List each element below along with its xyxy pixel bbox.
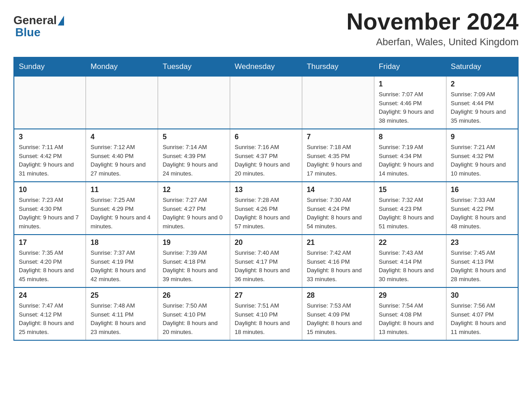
day-info: Sunrise: 7:37 AM Sunset: 4:19 PM Dayligh…: [90, 248, 153, 283]
day-number: 12: [163, 186, 225, 194]
day-number: 28: [307, 291, 369, 300]
calendar-cell: 26Sunrise: 7:50 AM Sunset: 4:10 PM Dayli…: [158, 287, 230, 340]
day-number: 10: [19, 186, 81, 194]
calendar-cell: 8Sunrise: 7:19 AM Sunset: 4:34 PM Daylig…: [374, 129, 446, 182]
calendar-cell: 19Sunrise: 7:39 AM Sunset: 4:18 PM Dayli…: [158, 235, 230, 287]
day-info: Sunrise: 7:43 AM Sunset: 4:14 PM Dayligh…: [379, 248, 442, 283]
day-number: 18: [90, 239, 153, 247]
calendar-week-row: 17Sunrise: 7:35 AM Sunset: 4:20 PM Dayli…: [14, 235, 518, 287]
day-number: 3: [19, 133, 81, 141]
calendar-cell: 1Sunrise: 7:07 AM Sunset: 4:46 PM Daylig…: [374, 76, 446, 129]
day-number: 29: [379, 291, 442, 300]
day-number: 11: [90, 186, 153, 194]
day-info: Sunrise: 7:27 AM Sunset: 4:27 PM Dayligh…: [163, 196, 225, 231]
day-info: Sunrise: 7:18 AM Sunset: 4:35 PM Dayligh…: [307, 143, 369, 178]
calendar-cell: 17Sunrise: 7:35 AM Sunset: 4:20 PM Dayli…: [14, 235, 86, 287]
logo: General Blue: [13, 9, 65, 39]
page-header: General Blue November 2024 Aberfan, Wale…: [13, 9, 519, 48]
location-subtitle: Aberfan, Wales, United Kingdom: [347, 36, 519, 48]
day-info: Sunrise: 7:33 AM Sunset: 4:22 PM Dayligh…: [451, 196, 513, 231]
day-info: Sunrise: 7:21 AM Sunset: 4:32 PM Dayligh…: [451, 143, 513, 178]
logo-blue-part: [57, 16, 65, 26]
day-number: 24: [19, 291, 81, 300]
month-year-title: November 2024: [347, 9, 519, 34]
calendar-cell: 15Sunrise: 7:32 AM Sunset: 4:23 PM Dayli…: [374, 182, 446, 235]
weekday-header-saturday: Saturday: [446, 57, 518, 76]
day-number: 15: [379, 186, 442, 194]
day-info: Sunrise: 7:28 AM Sunset: 4:26 PM Dayligh…: [235, 196, 297, 231]
day-info: Sunrise: 7:54 AM Sunset: 4:08 PM Dayligh…: [379, 301, 442, 336]
day-info: Sunrise: 7:39 AM Sunset: 4:18 PM Dayligh…: [163, 248, 225, 283]
calendar-cell: [14, 76, 86, 129]
day-info: Sunrise: 7:35 AM Sunset: 4:20 PM Dayligh…: [19, 248, 81, 283]
calendar-cell: 5Sunrise: 7:14 AM Sunset: 4:39 PM Daylig…: [158, 129, 230, 182]
day-number: 14: [307, 186, 369, 194]
calendar-cell: [302, 76, 374, 129]
calendar-cell: [230, 76, 302, 129]
weekday-header-thursday: Thursday: [302, 57, 374, 76]
day-number: 25: [90, 291, 153, 300]
calendar-cell: 30Sunrise: 7:56 AM Sunset: 4:07 PM Dayli…: [446, 287, 518, 340]
calendar-cell: 10Sunrise: 7:23 AM Sunset: 4:30 PM Dayli…: [14, 182, 86, 235]
calendar-cell: 6Sunrise: 7:16 AM Sunset: 4:37 PM Daylig…: [230, 129, 302, 182]
day-number: 22: [379, 239, 442, 247]
day-number: 17: [19, 239, 81, 247]
calendar-cell: 2Sunrise: 7:09 AM Sunset: 4:44 PM Daylig…: [446, 76, 518, 129]
day-number: 9: [451, 133, 513, 141]
calendar-cell: 13Sunrise: 7:28 AM Sunset: 4:26 PM Dayli…: [230, 182, 302, 235]
day-info: Sunrise: 7:14 AM Sunset: 4:39 PM Dayligh…: [163, 143, 225, 178]
day-info: Sunrise: 7:51 AM Sunset: 4:10 PM Dayligh…: [235, 301, 297, 336]
day-number: 21: [307, 239, 369, 247]
weekday-header-wednesday: Wednesday: [230, 57, 302, 76]
calendar-cell: [86, 76, 158, 129]
logo-triangle-icon: [58, 16, 64, 26]
calendar-week-row: 1Sunrise: 7:07 AM Sunset: 4:46 PM Daylig…: [14, 76, 518, 129]
day-info: Sunrise: 7:07 AM Sunset: 4:46 PM Dayligh…: [379, 90, 442, 125]
calendar-cell: 4Sunrise: 7:12 AM Sunset: 4:40 PM Daylig…: [86, 129, 158, 182]
day-info: Sunrise: 7:42 AM Sunset: 4:16 PM Dayligh…: [307, 248, 369, 283]
calendar-cell: [158, 76, 230, 129]
day-number: 6: [235, 133, 297, 141]
day-number: 2: [451, 80, 513, 88]
calendar-week-row: 24Sunrise: 7:47 AM Sunset: 4:12 PM Dayli…: [14, 287, 518, 340]
calendar-cell: 24Sunrise: 7:47 AM Sunset: 4:12 PM Dayli…: [14, 287, 86, 340]
day-info: Sunrise: 7:12 AM Sunset: 4:40 PM Dayligh…: [90, 143, 153, 178]
day-info: Sunrise: 7:16 AM Sunset: 4:37 PM Dayligh…: [235, 143, 297, 178]
calendar-cell: 21Sunrise: 7:42 AM Sunset: 4:16 PM Dayli…: [302, 235, 374, 287]
day-info: Sunrise: 7:30 AM Sunset: 4:24 PM Dayligh…: [307, 196, 369, 231]
day-info: Sunrise: 7:09 AM Sunset: 4:44 PM Dayligh…: [451, 90, 513, 125]
calendar-header-row: SundayMondayTuesdayWednesdayThursdayFrid…: [14, 57, 518, 76]
day-number: 13: [235, 186, 297, 194]
calendar-cell: 20Sunrise: 7:40 AM Sunset: 4:17 PM Dayli…: [230, 235, 302, 287]
weekday-header-friday: Friday: [374, 57, 446, 76]
calendar-cell: 16Sunrise: 7:33 AM Sunset: 4:22 PM Dayli…: [446, 182, 518, 235]
weekday-header-sunday: Sunday: [14, 57, 86, 76]
day-number: 20: [235, 239, 297, 247]
logo-blue-text: Blue: [15, 26, 40, 39]
calendar-cell: 25Sunrise: 7:48 AM Sunset: 4:11 PM Dayli…: [86, 287, 158, 340]
weekday-header-tuesday: Tuesday: [158, 57, 230, 76]
calendar-cell: 14Sunrise: 7:30 AM Sunset: 4:24 PM Dayli…: [302, 182, 374, 235]
day-info: Sunrise: 7:53 AM Sunset: 4:09 PM Dayligh…: [307, 301, 369, 336]
day-number: 23: [451, 239, 513, 247]
calendar-cell: 9Sunrise: 7:21 AM Sunset: 4:32 PM Daylig…: [446, 129, 518, 182]
day-info: Sunrise: 7:23 AM Sunset: 4:30 PM Dayligh…: [19, 196, 81, 231]
day-info: Sunrise: 7:50 AM Sunset: 4:10 PM Dayligh…: [163, 301, 225, 336]
day-number: 16: [451, 186, 513, 194]
calendar-week-row: 10Sunrise: 7:23 AM Sunset: 4:30 PM Dayli…: [14, 182, 518, 235]
day-info: Sunrise: 7:40 AM Sunset: 4:17 PM Dayligh…: [235, 248, 297, 283]
calendar-cell: 7Sunrise: 7:18 AM Sunset: 4:35 PM Daylig…: [302, 129, 374, 182]
day-info: Sunrise: 7:11 AM Sunset: 4:42 PM Dayligh…: [19, 143, 81, 178]
day-number: 19: [163, 239, 225, 247]
calendar-cell: 23Sunrise: 7:45 AM Sunset: 4:13 PM Dayli…: [446, 235, 518, 287]
day-number: 30: [451, 291, 513, 300]
day-info: Sunrise: 7:32 AM Sunset: 4:23 PM Dayligh…: [379, 196, 442, 231]
calendar-cell: 22Sunrise: 7:43 AM Sunset: 4:14 PM Dayli…: [374, 235, 446, 287]
day-number: 5: [163, 133, 225, 141]
day-number: 7: [307, 133, 369, 141]
weekday-header-monday: Monday: [86, 57, 158, 76]
day-info: Sunrise: 7:25 AM Sunset: 4:29 PM Dayligh…: [90, 196, 153, 231]
title-section: November 2024 Aberfan, Wales, United Kin…: [347, 9, 519, 48]
day-info: Sunrise: 7:19 AM Sunset: 4:34 PM Dayligh…: [379, 143, 442, 178]
day-number: 8: [379, 133, 442, 141]
